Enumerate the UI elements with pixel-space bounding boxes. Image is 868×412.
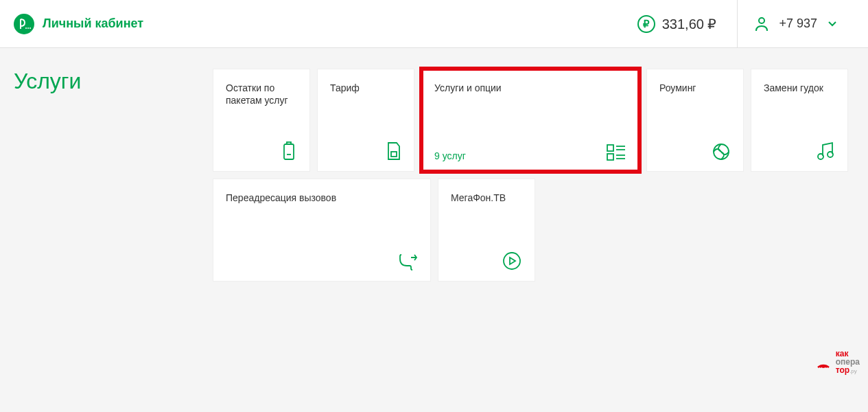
- forward-icon: [397, 252, 418, 271]
- svg-point-2: [27, 27, 29, 29]
- account-phone: +7 937: [779, 16, 817, 31]
- header: Личный кабинет ₽ 331,60 ₽ +7 937: [0, 0, 868, 48]
- card-bottom: [659, 142, 731, 161]
- card-forward[interactable]: Переадресация вызовов: [213, 179, 431, 282]
- card-title: Переадресация вызовов: [226, 192, 418, 204]
- card-music[interactable]: Замени гудок: [751, 69, 848, 172]
- card-title: МегаФон.ТВ: [451, 192, 522, 204]
- page-title: Услуги: [14, 69, 192, 94]
- card-bottom: [226, 252, 418, 271]
- card-bottom: [226, 141, 297, 161]
- svg-rect-10: [607, 154, 613, 160]
- music-icon: [816, 141, 835, 161]
- card-bottom: [330, 141, 401, 161]
- card-list[interactable]: Услуги и опции9 услуг: [421, 69, 640, 172]
- card-bottom: [451, 251, 522, 271]
- svg-point-3: [30, 27, 31, 29]
- logo-text: Личный кабинет: [43, 16, 143, 31]
- logo[interactable]: Личный кабинет: [14, 14, 143, 34]
- balance[interactable]: ₽ 331,60 ₽: [637, 15, 717, 33]
- account-dropdown[interactable]: +7 937: [737, 0, 854, 48]
- sim-icon: [386, 141, 401, 161]
- svg-rect-5: [284, 144, 294, 159]
- card-bottom: 9 услуг: [434, 144, 626, 161]
- svg-point-17: [828, 152, 833, 157]
- user-icon: [755, 16, 769, 32]
- card-globe[interactable]: Роуминг: [646, 69, 744, 172]
- chevron-down-icon: [828, 21, 837, 27]
- battery-icon: [281, 141, 297, 161]
- watermark-icon: [815, 354, 832, 370]
- svg-point-1: [25, 27, 27, 29]
- card-extra: 9 услуг: [434, 150, 466, 161]
- card-title: Тариф: [330, 82, 401, 94]
- ruble-icon: ₽: [637, 15, 655, 33]
- card-battery[interactable]: Остатки по пакетам услуг: [213, 69, 310, 172]
- card-title: Остатки по пакетам услуг: [226, 82, 297, 106]
- svg-point-16: [818, 154, 823, 159]
- play-icon: [502, 251, 522, 271]
- svg-rect-6: [287, 142, 291, 144]
- svg-point-18: [504, 253, 520, 269]
- svg-rect-9: [607, 145, 613, 151]
- cards-grid: Остатки по пакетам услугТарифУслуги и оп…: [213, 69, 854, 282]
- list-icon: [606, 144, 626, 161]
- card-bottom: [764, 141, 835, 161]
- card-sim[interactable]: Тариф: [317, 69, 414, 172]
- card-title: Замени гудок: [764, 82, 835, 94]
- svg-point-4: [759, 18, 764, 23]
- logo-icon: [14, 14, 34, 34]
- card-title: Роуминг: [659, 82, 731, 94]
- globe-icon: [712, 142, 731, 161]
- balance-amount: 331,60 ₽: [662, 16, 717, 32]
- watermark: как опера тор.ру: [815, 350, 860, 374]
- svg-rect-8: [391, 152, 397, 157]
- card-title: Услуги и опции: [434, 82, 626, 94]
- card-play[interactable]: МегаФон.ТВ: [438, 179, 535, 282]
- main: Услуги Остатки по пакетам услугТарифУслу…: [0, 48, 868, 302]
